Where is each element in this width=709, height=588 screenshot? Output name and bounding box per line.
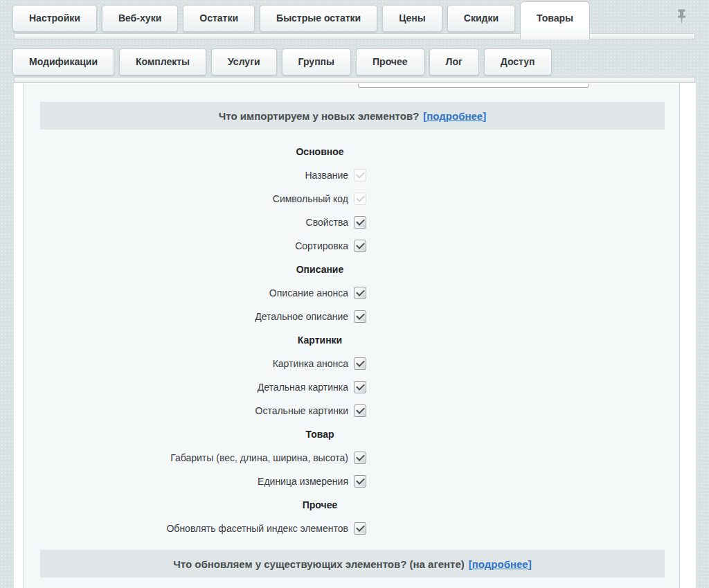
group-header: Прочее [24, 499, 616, 510]
checkbox-row: Символьный код [24, 187, 679, 211]
checkbox [354, 169, 366, 181]
checkbox-label: Название [305, 170, 348, 181]
tab-quick-stocks[interactable]: Быстрые остатки [260, 5, 377, 32]
tab-products[interactable]: Товары [520, 1, 590, 39]
import-options-list: ОсновноеНазваниеСимвольный кодСвойстваСо… [24, 140, 679, 540]
checkbox-label: Символьный код [273, 193, 348, 204]
checkbox[interactable] [354, 475, 366, 488]
section-header-update-existing: Что обновляем у существующих элементов? … [40, 550, 665, 578]
group-header-row: Картинки [24, 328, 679, 352]
checkbox-label: Картинка анонса [273, 358, 348, 369]
tab-access[interactable]: Доступ [484, 48, 552, 75]
checkbox-label: Детальная картинка [258, 382, 348, 393]
checkbox-row: Остальные картинки [24, 399, 679, 422]
group-header: Картинки [24, 335, 616, 346]
page: НастройкиВеб-хукиОстаткиБыстрые остаткиЦ… [0, 0, 709, 588]
checkbox-row: Обновлять фасетный индекс элементов [24, 517, 679, 540]
group-header-row: Описание [24, 258, 679, 281]
tab-bundles[interactable]: Комплекты [119, 48, 206, 75]
checkbox-row: Детальная картинка [24, 375, 679, 399]
tab-bar-products: МодификацииКомплектыУслугиГруппыПрочееЛо… [12, 48, 552, 75]
checkbox-label: Остальные картинки [255, 405, 348, 416]
checkbox-label: Единица измерения [258, 476, 348, 487]
tab-webhooks[interactable]: Веб-хуки [102, 5, 178, 32]
checkbox[interactable] [354, 404, 366, 417]
checkbox-label: Детальное описание [255, 311, 348, 322]
tab-stocks[interactable]: Остатки [183, 5, 255, 32]
details-link[interactable]: [подробнее] [469, 558, 532, 570]
checkbox-row: Детальное описание [24, 305, 679, 328]
section-header-import-new: Что импортируем у новых элементов? [подр… [40, 102, 665, 130]
tab-bar-products-baseline [14, 77, 695, 83]
checkbox-row: Название [24, 163, 679, 187]
checkbox[interactable] [354, 310, 366, 323]
tab-bar-main: НастройкиВеб-хукиОстаткиБыстрые остаткиЦ… [12, 5, 590, 43]
tab-groups[interactable]: Группы [282, 48, 351, 75]
group-header: Описание [24, 264, 616, 275]
group-header-row: Товар [24, 422, 679, 446]
checkbox-label: Описание анонса [269, 287, 348, 299]
group-header: Товар [24, 429, 616, 440]
checkbox-label: Сортировка [295, 240, 348, 251]
checkbox-row: Свойства [24, 211, 679, 234]
checkbox-row: Единица измерения [24, 470, 679, 493]
section-title: Что импортируем у новых элементов? [219, 110, 419, 122]
checkbox-row: Сортировка [24, 234, 679, 258]
pin-icon[interactable] [676, 9, 687, 26]
checkbox[interactable] [354, 357, 366, 370]
details-link[interactable]: [подробнее] [423, 110, 486, 122]
checkbox-label: Габариты (вес, длина, ширина, высота) [170, 452, 348, 463]
checkbox[interactable] [354, 452, 366, 464]
checkbox-row: Габариты (вес, длина, ширина, высота) [24, 446, 679, 470]
checkbox-label: Свойства [306, 217, 348, 228]
checkbox-row: Описание анонса [24, 281, 679, 305]
tab-discounts[interactable]: Скидки [447, 5, 515, 32]
checkbox [354, 193, 366, 205]
checkbox[interactable] [354, 381, 366, 393]
checkbox-label: Обновлять фасетный индекс элементов [166, 523, 348, 534]
tab-settings[interactable]: Настройки [12, 5, 97, 32]
products-tab-panel: Что импортируем у новых элементов? [подр… [23, 84, 680, 588]
settings-window: Что импортируем у новых элементов? [подр… [14, 83, 696, 588]
group-header-row: Прочее [24, 493, 679, 517]
checkbox[interactable] [354, 216, 366, 229]
checkbox[interactable] [354, 287, 366, 299]
tab-other[interactable]: Прочее [356, 48, 424, 75]
section-title: Что обновляем у существующих элементов? … [173, 558, 464, 570]
checkbox-row: Картинка анонса [24, 352, 679, 375]
checkbox[interactable] [354, 240, 366, 252]
group-header: Основное [24, 146, 616, 157]
checkbox[interactable] [354, 522, 366, 535]
tab-services[interactable]: Услуги [211, 48, 277, 75]
tab-log[interactable]: Лог [429, 48, 479, 75]
cropped-select-field[interactable] [358, 84, 589, 88]
tab-modifications[interactable]: Модификации [12, 48, 114, 75]
group-header-row: Основное [24, 140, 679, 163]
tab-prices[interactable]: Цены [382, 5, 442, 32]
